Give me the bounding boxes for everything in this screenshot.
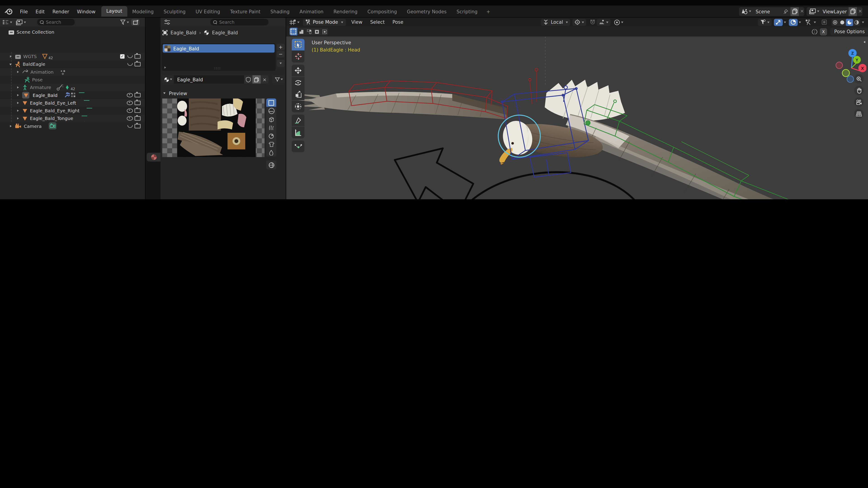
tab-modeling[interactable]: Modeling — [127, 8, 159, 14]
screen-toggle-icon[interactable] — [127, 55, 133, 58]
outliner-row-animation[interactable]: Animation — [0, 68, 145, 76]
expand-icon[interactable] — [17, 109, 19, 112]
axis-x[interactable]: X — [858, 64, 866, 72]
tab-compositing[interactable]: Compositing — [363, 8, 402, 14]
separator[interactable] — [145, 18, 146, 199]
hide-viewport-icon[interactable] — [127, 93, 133, 97]
preview-shaderball-button[interactable] — [266, 132, 276, 140]
overlays-toggle[interactable] — [789, 19, 798, 26]
viewport-zoom-button[interactable] — [854, 74, 864, 84]
outliner-row-scene-collection[interactable]: Scene Collection — [0, 28, 145, 36]
tab-uv-editing[interactable]: UV Editing — [191, 8, 225, 14]
material-slot-selected[interactable]: Eagle_Bald — [163, 44, 275, 53]
pin-icon[interactable] — [783, 8, 788, 14]
gizmos-chevron[interactable] — [784, 21, 786, 23]
navigation-gizmo[interactable]: Z Y X — [834, 39, 866, 94]
outliner-row-eye-right[interactable]: Eagle_Bald_Eye_Right — [0, 107, 145, 115]
expand-icon[interactable] — [17, 94, 19, 96]
tab-sculpting[interactable]: Sculpting — [159, 8, 191, 14]
shading-chevron[interactable] — [862, 21, 864, 23]
tab-texture-paint[interactable]: Texture Paint — [225, 8, 266, 14]
render-visibility-icon[interactable] — [134, 116, 141, 121]
menu-pose[interactable]: Pose — [389, 20, 407, 25]
tool-move[interactable] — [292, 65, 305, 76]
display-mode-icon[interactable] — [16, 19, 23, 25]
outliner-row-baldeagle[interactable]: BaldEagle — [0, 60, 145, 68]
blender-logo-icon[interactable] — [4, 8, 13, 15]
tool-measure[interactable] — [292, 127, 305, 138]
outliner-row-pose[interactable]: Pose — [0, 76, 145, 84]
preview-flat-button[interactable] — [266, 98, 276, 107]
toggle-xray-button[interactable] — [820, 19, 828, 26]
tab-rendering[interactable]: Rendering — [329, 8, 362, 14]
tool-transform[interactable] — [292, 100, 305, 112]
filter-icon[interactable] — [120, 20, 125, 25]
add-slot-button[interactable]: + — [277, 43, 284, 50]
shading-solid-button[interactable] — [839, 19, 846, 26]
orientation-dropdown[interactable]: Local — [541, 19, 570, 26]
render-visibility-icon[interactable] — [134, 62, 141, 67]
viewport-editor-type-icon[interactable] — [289, 19, 296, 25]
breadcrumb-object[interactable]: Eagle_Bald — [170, 30, 196, 35]
outliner-row-tongue[interactable]: Eagle_Bald_Tongue — [0, 115, 145, 122]
axis-neg-y[interactable] — [842, 69, 849, 76]
nodetree-dropdown[interactable] — [272, 75, 285, 84]
tool-cursor[interactable] — [292, 51, 305, 62]
axis-y[interactable]: Y — [853, 56, 861, 64]
render-visibility-icon[interactable] — [134, 93, 141, 98]
xray-armature-button[interactable] — [804, 19, 813, 26]
axis-neg-x[interactable] — [836, 62, 842, 68]
expand-icon[interactable] — [17, 71, 19, 73]
tab-scripting[interactable]: Scripting — [452, 8, 483, 14]
outliner-row-eye-left[interactable]: Eagle_Bald_Eye_Left — [0, 99, 145, 107]
tool-annotate[interactable] — [292, 115, 305, 126]
scene-3d[interactable] — [286, 37, 868, 199]
preview-sphere-button[interactable] — [266, 107, 276, 115]
pose-options-dropdown[interactable]: Pose Options — [830, 28, 868, 35]
slot-specials-button[interactable] — [277, 60, 284, 67]
menu-window[interactable]: Window — [73, 8, 99, 14]
breadcrumb-material[interactable]: Eagle_Bald — [212, 30, 238, 35]
separator[interactable] — [286, 18, 286, 199]
shading-rendered-button[interactable] — [853, 19, 860, 26]
viewport-ortho-button[interactable] — [854, 109, 864, 119]
panel-preview-header[interactable]: Preview :::: — [162, 89, 286, 97]
mode-dropdown[interactable]: Pose Mode — [303, 19, 346, 26]
proportional-edit-icon[interactable] — [614, 19, 620, 25]
snap-magnet-icon[interactable] — [590, 19, 596, 25]
new-scene-button[interactable] — [790, 7, 799, 16]
xray-chevron[interactable] — [814, 21, 816, 23]
preview-cube-button[interactable] — [266, 115, 276, 123]
expand-icon[interactable] — [17, 102, 19, 104]
tool-rotate[interactable] — [292, 76, 305, 88]
tab-layout[interactable]: Layout — [101, 6, 127, 17]
resize-grip[interactable]: :::: — [214, 66, 221, 70]
select-invert-button[interactable] — [313, 28, 320, 35]
tool-scale[interactable] — [292, 89, 305, 100]
render-visibility-icon[interactable] — [134, 54, 141, 59]
remove-slot-button[interactable]: − — [277, 51, 284, 57]
menu-edit[interactable]: Edit — [32, 8, 49, 14]
eagle-model[interactable] — [293, 80, 866, 199]
select-subtract-button[interactable] — [305, 28, 313, 35]
snap-dropdown[interactable] — [597, 19, 611, 26]
material-browse-button[interactable] — [162, 75, 174, 84]
collection-checkbox[interactable]: ✓ — [120, 54, 125, 59]
menu-select[interactable]: Select — [366, 20, 389, 25]
tab-material-active[interactable] — [147, 153, 160, 162]
screen-toggle-icon[interactable] — [127, 63, 133, 66]
render-visibility-icon[interactable] — [134, 108, 141, 113]
fake-user-button[interactable] — [244, 75, 252, 84]
outliner-row-camera[interactable]: Camera — [0, 122, 145, 130]
new-viewlayer-button[interactable] — [848, 7, 857, 16]
overlays-chevron[interactable] — [799, 21, 801, 23]
menu-view[interactable]: View — [347, 20, 366, 25]
outliner-row-eagle-bald[interactable]: Eagle_Bald — [0, 91, 145, 99]
tab-geometry-nodes[interactable]: Geometry Nodes — [402, 8, 452, 14]
expand-icon[interactable] — [10, 55, 11, 58]
axis-z[interactable]: Z — [848, 49, 857, 57]
hide-viewport-icon[interactable] — [127, 101, 133, 105]
menu-file[interactable]: File — [16, 8, 32, 14]
outliner-editor-type-icon[interactable] — [2, 20, 9, 25]
select-set-button[interactable] — [289, 28, 297, 35]
